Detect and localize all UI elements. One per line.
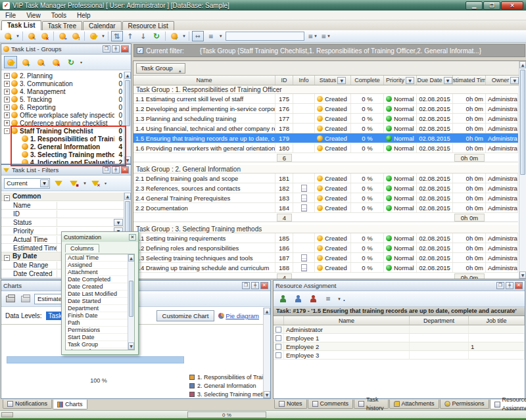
tree-expander-icon[interactable]: + (4, 105, 10, 110)
tree-item[interactable]: +6. Reporting0 (1, 103, 124, 111)
table-row[interactable]: 3.4 Drawing up training schedule and cur… (133, 263, 518, 273)
customization-column-item[interactable]: Time Left (66, 348, 134, 350)
column-header-priority[interactable]: Priority▼ (384, 76, 417, 85)
customization-column-item[interactable]: Actual Time (66, 254, 134, 262)
table-row[interactable]: 2.1 Defining training goals and scope181… (133, 174, 518, 183)
column-header-department[interactable]: Department (410, 316, 469, 325)
customization-column-item[interactable]: Assigned (66, 262, 134, 269)
menu-item-file[interactable]: File (0, 11, 21, 20)
resource-restore-icon[interactable]: ❐ (496, 282, 504, 289)
print-chart-button[interactable] (4, 292, 17, 305)
minimize-button[interactable]: ▁ (466, 1, 483, 10)
expand-all-button[interactable]: ⇅ (111, 31, 123, 41)
current-filter-checkbox[interactable]: ✓ (137, 47, 143, 54)
customization-column-item[interactable]: Date Last Modified (66, 291, 134, 298)
table-row[interactable]: 3.2 Defining roles and responsibilities1… (133, 243, 518, 253)
table-scrollbar[interactable]: ▲ ▼ (519, 61, 526, 279)
customization-column-item[interactable]: Department (66, 305, 134, 312)
groups-close-icon[interactable]: ✕ (121, 45, 129, 53)
tree-item[interactable]: +5. Tracking0 (1, 95, 124, 103)
groups-delete-button[interactable]: × (49, 56, 62, 68)
customization-columns-tab[interactable]: Columns (65, 244, 99, 252)
resource-row[interactable]: Employee 21 (274, 342, 525, 351)
customization-column-item[interactable]: Finish Date (66, 312, 134, 319)
tab-calendar[interactable]: Calendar (83, 21, 122, 30)
apply-filter-button[interactable] (52, 177, 65, 189)
scroll-up-icon[interactable]: ▲ (519, 61, 526, 68)
bottom-tab-charts[interactable]: Charts (53, 400, 87, 409)
tree-expander-icon[interactable]: + (4, 120, 10, 126)
table-row[interactable]: 1.6 Providing new workers with general o… (133, 143, 518, 153)
customization-column-item[interactable]: Task Group (66, 341, 134, 348)
tree-item[interactable]: +3. Communication0 (1, 80, 124, 87)
tree-item[interactable]: -Staff Training Chechlist0 (1, 127, 124, 135)
table-row[interactable]: 2.3 References, sources and contacts182C… (133, 183, 518, 193)
resource-row[interactable]: Employee 1 (274, 334, 525, 342)
tree-item[interactable]: 4. Indication and Evaluation2 (1, 158, 124, 164)
column-filter-icon[interactable]: ▼ (337, 77, 346, 84)
filter-dropdown-icon[interactable]: ▼ (114, 219, 123, 226)
column-filter-icon[interactable]: ▼ (510, 77, 519, 84)
save-filter-dropdown-icon[interactable]: ▼ (83, 181, 87, 185)
move-up-button[interactable]: ↑ (124, 31, 136, 41)
filters-close-icon[interactable]: ✕ (121, 166, 129, 174)
bottom-tab-notifications[interactable]: Notifications (3, 400, 52, 409)
tree-expander-icon[interactable]: + (4, 81, 10, 87)
resource-checkbox[interactable] (275, 327, 281, 333)
add-task-button[interactable]: + (2, 31, 14, 41)
resource-pin-icon[interactable]: ╪ (506, 282, 514, 289)
search-input[interactable] (226, 32, 304, 41)
tab-task-tree[interactable]: Task Tree (42, 21, 82, 30)
table-row[interactable]: 1.1 Estimating current skill level of st… (133, 94, 518, 104)
groups-toolbar-overflow-icon[interactable]: ▾ (80, 60, 82, 64)
column-header-name[interactable]: Name (133, 76, 275, 85)
save-filter-button[interactable]: ▪ (67, 177, 80, 189)
groups-scrollbar[interactable]: ▲ ▼ (124, 72, 131, 164)
assign-resource-button[interactable] (276, 292, 289, 305)
pie-diagram-link[interactable]: Pie diagram (218, 312, 259, 319)
customization-scrollbar[interactable]: ▲ ▼ (128, 254, 134, 350)
table-row[interactable]: 1.2 Developing and implementing in-servi… (133, 104, 518, 114)
table-row[interactable]: 3.1 Setting training requirements185Crea… (133, 233, 518, 243)
tree-item[interactable]: +Office workplace safety inspection chec… (1, 111, 124, 119)
resource-close-icon[interactable]: ✕ (515, 282, 523, 289)
approve-task-button[interactable]: ✓ (168, 31, 180, 41)
add-task-dropdown-icon[interactable]: ▼ (16, 34, 20, 38)
resource-checkbox[interactable] (275, 335, 281, 341)
filter-preset-select[interactable]: Current ▼ (4, 178, 50, 189)
column-header-name[interactable]: Name (284, 316, 410, 325)
charts-close-icon[interactable]: ✕ (260, 282, 268, 289)
group-header-row[interactable]: Task Group : 2. General Information (133, 165, 518, 174)
filter-row[interactable]: ID (1, 210, 124, 218)
tree-item[interactable]: +2. Planning0 (1, 72, 124, 80)
tab-task-list[interactable]: Task List (1, 20, 41, 30)
resource-view-button[interactable]: ≡ (322, 292, 335, 305)
table-row[interactable]: 2.2 Documentation184Created0 %Normal02.0… (133, 203, 518, 213)
preset-dropdown-icon[interactable]: ▼ (40, 179, 49, 187)
column-filter-icon[interactable]: ▼ (406, 77, 414, 84)
groups-filter-button[interactable] (4, 56, 17, 68)
customization-column-item[interactable]: Date Created (66, 283, 134, 291)
complete-task-button[interactable]: ! (70, 31, 82, 41)
customization-column-item[interactable]: Path (66, 319, 134, 327)
bottom-tab-attachments[interactable]: Attachments (389, 400, 439, 409)
tree-item[interactable]: +4. Management0 (1, 87, 124, 95)
scroll-down-icon[interactable]: ▼ (124, 156, 131, 164)
group-header-row[interactable]: Task Group : 3. Selecting Training metho… (133, 225, 518, 233)
sort-desc-button[interactable]: ≡▼ (320, 31, 332, 41)
groups-pin-icon[interactable]: ╪ (112, 45, 120, 53)
remove-resource-button[interactable] (306, 292, 320, 305)
resource-row[interactable]: Administrator (274, 325, 525, 334)
scroll-up-icon[interactable]: ▲ (264, 308, 270, 315)
scroll-up-icon[interactable]: ▲ (128, 254, 134, 262)
scroll-up-icon[interactable]: ▲ (124, 193, 131, 200)
groups-refresh-button[interactable]: ↻ (64, 56, 78, 68)
approve-dropdown-icon[interactable]: ▼ (182, 34, 186, 38)
groups-add-button[interactable]: + (19, 56, 32, 68)
filter-row[interactable]: −Common (1, 193, 124, 201)
tree-item[interactable]: +Conference planning checklist0 (1, 119, 124, 127)
groups-edit-button[interactable]: ✎ (34, 56, 47, 68)
scroll-down-icon[interactable]: ▼ (128, 342, 134, 350)
table-row[interactable]: 3.3 Selecting training techniques and to… (133, 253, 518, 263)
bottom-tab-comments[interactable]: Comments (308, 400, 354, 409)
